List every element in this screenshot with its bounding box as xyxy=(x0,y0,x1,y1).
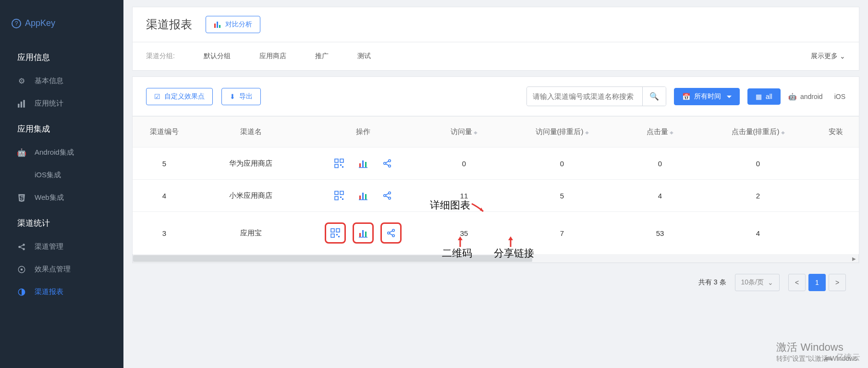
sidebar-item-label: 效果点管理 xyxy=(35,265,71,274)
cell-channel-name: 华为应用商店 xyxy=(196,147,306,180)
custom-effect-point-button[interactable]: ☑ 自定义效果点 xyxy=(146,88,213,105)
channel-table: 渠道编号 渠道名 操作 访问量 访问量(排重后) 点击量 点击量(排重后) 安装… xyxy=(133,116,859,254)
detail-chart-icon[interactable] xyxy=(358,190,368,201)
pager-page-1[interactable]: 1 xyxy=(808,274,826,291)
search-input[interactable] xyxy=(527,87,642,105)
cell-clicks: 53 xyxy=(617,212,703,255)
col-channel-id[interactable]: 渠道编号 xyxy=(133,117,196,147)
svg-rect-38 xyxy=(331,234,334,237)
sidebar-item-effect-point[interactable]: 效果点管理 xyxy=(0,258,123,281)
cell-visits: 35 xyxy=(421,212,507,255)
page-title: 渠道报表 xyxy=(146,17,192,32)
pager-next[interactable]: > xyxy=(829,274,846,291)
cell-channel-id: 3 xyxy=(133,212,196,255)
platform-ios[interactable]: iOS xyxy=(831,93,845,100)
svg-point-34 xyxy=(389,192,391,194)
qr-code-icon[interactable] xyxy=(334,158,344,169)
filter-item-promotion[interactable]: 推广 xyxy=(315,52,329,61)
sidebar-item-label: Android集成 xyxy=(35,148,74,157)
svg-rect-37 xyxy=(336,229,340,232)
cell-visits-uniq: 5 xyxy=(507,180,617,212)
col-clicks[interactable]: 点击量 xyxy=(617,117,703,147)
svg-rect-9 xyxy=(214,24,216,28)
download-icon: ⬇ xyxy=(230,93,235,100)
cell-channel-name: 小米应用商店 xyxy=(196,180,306,212)
svg-rect-14 xyxy=(335,164,338,168)
per-page-select[interactable]: 10条/页 ⌄ xyxy=(735,274,780,291)
svg-point-21 xyxy=(384,162,386,165)
share-link-icon[interactable] xyxy=(382,190,392,201)
appkey-row[interactable]: ? AppKey xyxy=(12,18,112,28)
sidebar-section-app-info: 应用信息 xyxy=(0,43,123,70)
share-link-icon[interactable] xyxy=(382,158,392,169)
html5-icon xyxy=(17,194,26,202)
filter-item-default[interactable]: 默认分组 xyxy=(204,52,231,61)
toolbar-right: 🔍 📅 所有时间 ▦ all 🤖 android iOS xyxy=(526,86,845,106)
detail-chart-icon[interactable] xyxy=(358,228,368,238)
platform-label: iOS xyxy=(834,93,845,100)
svg-rect-31 xyxy=(365,194,367,199)
detail-chart-icon[interactable] xyxy=(358,158,368,169)
platform-android[interactable]: 🤖 android xyxy=(788,93,823,100)
svg-point-33 xyxy=(384,195,386,197)
svg-rect-39 xyxy=(336,234,338,235)
scrollbar-thumb[interactable] xyxy=(133,255,532,262)
col-installs[interactable]: 安装 xyxy=(813,117,859,147)
qr-code-icon[interactable] xyxy=(334,190,344,201)
sidebar-item-label: 渠道报表 xyxy=(35,287,63,296)
caret-down-icon xyxy=(725,93,732,100)
svg-point-46 xyxy=(392,229,395,232)
sidebar-item-channel-report[interactable]: 渠道报表 xyxy=(0,281,123,303)
sidebar-item-channel-mgmt[interactable]: 渠道管理 xyxy=(0,235,123,258)
sort-icon xyxy=(474,129,477,135)
svg-rect-11 xyxy=(219,25,220,28)
svg-rect-29 xyxy=(359,196,361,199)
qr-code-icon[interactable] xyxy=(330,228,341,238)
col-visits[interactable]: 访问量 xyxy=(421,117,507,147)
chevron-down-icon: ⌄ xyxy=(840,52,845,60)
col-channel-name[interactable]: 渠道名 xyxy=(196,117,306,147)
filter-item-appstore[interactable]: 应用商店 xyxy=(259,52,286,61)
sidebar-item-ios[interactable]: iOS集成 xyxy=(0,164,123,186)
scroll-right-icon[interactable]: ▶ xyxy=(850,254,858,263)
all-platforms-button[interactable]: ▦ all xyxy=(747,88,781,105)
checkbox-icon: ☑ xyxy=(154,93,160,100)
svg-rect-26 xyxy=(335,196,338,200)
compare-analysis-label: 对比分析 xyxy=(225,20,252,29)
cell-clicks-uniq: 0 xyxy=(703,147,813,180)
help-icon[interactable]: ? xyxy=(12,19,21,28)
show-more-button[interactable]: 展示更多 ⌄ xyxy=(811,52,845,61)
time-range-label: 所有时间 xyxy=(694,92,721,101)
table-row: 4小米应用商店 11542 xyxy=(133,180,859,212)
svg-rect-36 xyxy=(331,229,334,232)
toolbar: ☑ 自定义效果点 ⬇ 导出 🔍 📅 所有时间 ▦ all xyxy=(132,76,859,116)
sidebar-item-app-stats[interactable]: 应用统计 xyxy=(0,92,123,115)
share-link-icon[interactable] xyxy=(386,228,396,238)
export-button[interactable]: ⬇ 导出 xyxy=(221,88,261,105)
android-icon: 🤖 xyxy=(17,148,26,157)
col-visits-uniq[interactable]: 访问量(排重后) xyxy=(507,117,617,147)
sidebar-item-basic-info[interactable]: ⚙ 基本信息 xyxy=(0,70,123,92)
cell-channel-name: 应用宝 xyxy=(196,212,306,255)
search-button[interactable]: 🔍 xyxy=(642,87,666,106)
calendar-icon: 📅 xyxy=(682,93,690,100)
svg-rect-20 xyxy=(359,167,367,168)
time-range-button[interactable]: 📅 所有时间 xyxy=(674,88,740,105)
svg-rect-28 xyxy=(342,198,343,200)
sidebar-item-android[interactable]: 🤖 Android集成 xyxy=(0,141,123,164)
filter-item-test[interactable]: 测试 xyxy=(357,52,371,61)
svg-rect-16 xyxy=(342,166,343,168)
share-nodes-icon xyxy=(17,243,26,251)
cell-clicks: 4 xyxy=(617,180,703,212)
compare-analysis-button[interactable]: 对比分析 xyxy=(206,16,260,33)
horizontal-scrollbar[interactable]: ◀ ▶ xyxy=(133,254,859,263)
sidebar-item-web[interactable]: Web集成 xyxy=(0,186,123,209)
filter-bar: 渠道分组: 默认分组 应用商店 推广 测试 展示更多 ⌄ xyxy=(132,42,859,71)
svg-rect-40 xyxy=(338,236,340,237)
svg-point-7 xyxy=(21,268,23,270)
svg-rect-24 xyxy=(335,191,338,195)
svg-rect-27 xyxy=(340,196,342,198)
pager-prev[interactable]: < xyxy=(788,274,806,291)
col-clicks-uniq[interactable]: 点击量(排重后) xyxy=(703,117,813,147)
svg-rect-25 xyxy=(340,191,343,195)
